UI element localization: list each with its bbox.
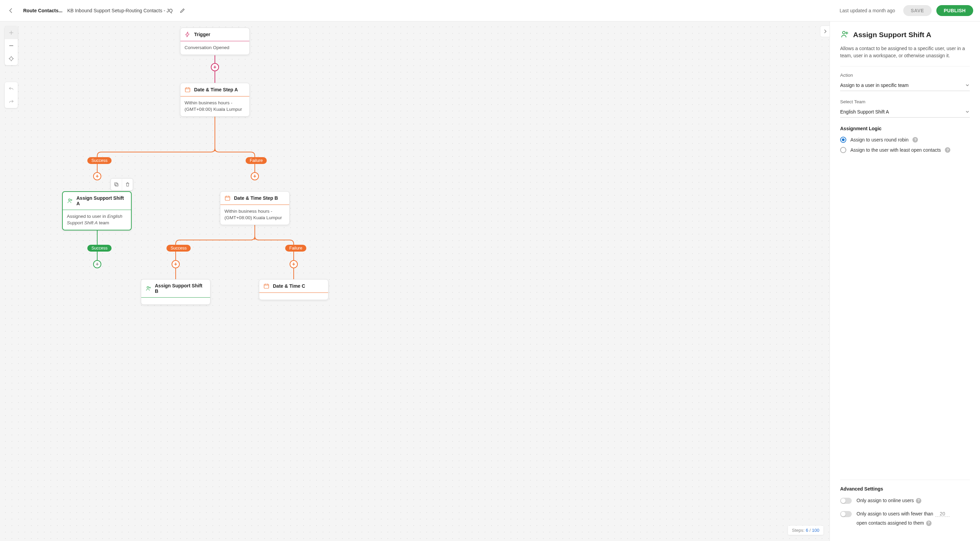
arrow-left-icon bbox=[8, 8, 14, 14]
plus-icon bbox=[8, 30, 14, 36]
success-pill: Success bbox=[88, 245, 111, 252]
panel-description: Allows a contact to be assigned to a spe… bbox=[840, 45, 970, 59]
assign-user-icon bbox=[145, 286, 151, 292]
svg-rect-3 bbox=[115, 183, 117, 186]
toggle-switch[interactable] bbox=[840, 511, 852, 517]
radio-label: Assign to the user with least open conta… bbox=[850, 147, 941, 153]
node-assign-a[interactable]: Assign Support Shift A Assigned to user … bbox=[62, 191, 132, 230]
node-title: Date & Time C bbox=[273, 283, 305, 289]
svg-rect-1 bbox=[185, 88, 190, 92]
add-step-button[interactable]: + bbox=[290, 260, 298, 268]
help-icon[interactable]: ? bbox=[926, 520, 932, 526]
crosshair-icon bbox=[8, 56, 14, 62]
logic-heading: Assignment Logic bbox=[840, 126, 970, 131]
delete-node-button[interactable] bbox=[122, 179, 133, 190]
node-date-c[interactable]: Date & Time C bbox=[259, 279, 328, 300]
zoom-in-button[interactable] bbox=[5, 26, 18, 39]
node-title: Assign Support Shift B bbox=[155, 283, 206, 294]
properties-panel: Assign Support Shift A Allows a contact … bbox=[830, 21, 980, 541]
node-title: Date & Time Step A bbox=[194, 87, 238, 92]
failure-pill: Failure bbox=[285, 245, 306, 252]
calendar-icon bbox=[224, 195, 231, 201]
pencil-icon bbox=[180, 8, 186, 14]
node-title: Trigger bbox=[194, 32, 210, 37]
node-title: Assign Support Shift A bbox=[76, 195, 127, 206]
team-select[interactable]: English Support Shift A bbox=[840, 107, 970, 117]
action-label: Action bbox=[840, 73, 970, 78]
toggle-label-pre: Only assign to users with fewer than bbox=[856, 510, 933, 517]
header-bar: Route Contacts... KB Inbound Support Set… bbox=[0, 0, 980, 21]
svg-point-6 bbox=[147, 286, 149, 288]
svg-point-8 bbox=[843, 31, 845, 34]
add-step-button[interactable]: + bbox=[211, 63, 219, 71]
zoom-toolbox bbox=[5, 26, 18, 65]
node-assign-b[interactable]: Assign Support Shift B bbox=[141, 279, 210, 305]
chevron-down-icon bbox=[965, 109, 970, 114]
radio-least-open[interactable]: Assign to the user with least open conta… bbox=[840, 147, 970, 153]
node-date-b[interactable]: Date & Time Step B Within business hours… bbox=[220, 191, 290, 225]
svg-point-0 bbox=[10, 57, 13, 60]
node-title: Date & Time Step B bbox=[234, 195, 278, 201]
node-body: Within business hours - (GMT+08:00) Kual… bbox=[220, 205, 289, 225]
success-pill: Success bbox=[167, 245, 191, 252]
steps-counter: Steps: 6 / 100 bbox=[788, 526, 823, 535]
trash-icon bbox=[125, 182, 130, 187]
edit-title-button[interactable] bbox=[180, 8, 186, 14]
chevron-down-icon bbox=[965, 83, 970, 87]
radio-input[interactable] bbox=[840, 147, 846, 153]
help-icon[interactable]: ? bbox=[912, 137, 918, 143]
redo-icon bbox=[8, 98, 14, 105]
assign-user-icon bbox=[840, 30, 849, 40]
action-value: Assign to a user in specific team bbox=[840, 82, 909, 88]
publish-button[interactable]: PUBLISH bbox=[936, 5, 973, 16]
minus-icon bbox=[8, 43, 14, 49]
toggle-fewer-contacts: Only assign to users with fewer than ope… bbox=[840, 510, 970, 527]
zoom-out-button[interactable] bbox=[5, 39, 18, 52]
last-updated-text: Last updated a month ago bbox=[840, 8, 895, 13]
divider bbox=[840, 66, 970, 67]
undo-icon bbox=[8, 86, 14, 92]
svg-rect-5 bbox=[225, 196, 230, 200]
back-button[interactable] bbox=[7, 6, 15, 15]
node-actions-popup bbox=[111, 178, 133, 190]
team-value: English Support Shift A bbox=[840, 109, 889, 114]
node-body: Assigned to user in English Support Shif… bbox=[63, 210, 131, 230]
collapse-sidebar-button[interactable] bbox=[820, 25, 830, 37]
add-step-button[interactable]: + bbox=[93, 260, 101, 268]
workflow-title: Route Contacts... bbox=[23, 8, 62, 13]
toggle-label-post: open contacts assigned to them bbox=[856, 520, 924, 527]
assign-user-icon bbox=[67, 198, 73, 204]
lightning-icon bbox=[185, 31, 191, 38]
redo-button[interactable] bbox=[5, 95, 18, 108]
radio-round-robin[interactable]: Assign to users round robin ? bbox=[840, 137, 970, 143]
add-step-button[interactable]: + bbox=[251, 172, 259, 180]
history-toolbox bbox=[5, 82, 18, 108]
calendar-icon bbox=[263, 283, 269, 289]
node-body: Conversation Opened bbox=[180, 41, 249, 54]
add-step-button[interactable]: + bbox=[93, 172, 101, 180]
success-pill: Success bbox=[88, 157, 111, 164]
calendar-icon bbox=[185, 87, 191, 93]
toggle-online-users: Only assign to online users ? bbox=[840, 497, 970, 504]
advanced-heading: Advanced Settings bbox=[840, 486, 970, 492]
duplicate-node-button[interactable] bbox=[111, 179, 122, 190]
node-trigger[interactable]: Trigger Conversation Opened bbox=[180, 28, 250, 55]
help-icon[interactable]: ? bbox=[945, 147, 950, 153]
add-step-button[interactable]: + bbox=[172, 260, 180, 268]
chevron-right-icon bbox=[823, 29, 827, 34]
recenter-button[interactable] bbox=[5, 52, 18, 65]
undo-button[interactable] bbox=[5, 82, 18, 95]
node-date-a[interactable]: Date & Time Step A Within business hours… bbox=[180, 83, 250, 117]
node-body: Within business hours - (GMT+08:00) Kual… bbox=[180, 97, 249, 116]
help-icon[interactable]: ? bbox=[916, 498, 921, 503]
max-contacts-input[interactable] bbox=[935, 511, 950, 517]
failure-pill: Failure bbox=[246, 157, 267, 164]
svg-rect-7 bbox=[264, 284, 269, 289]
save-button[interactable]: SAVE bbox=[903, 5, 932, 16]
canvas-area[interactable]: Trigger Conversation Opened + Date & Tim… bbox=[0, 21, 830, 541]
toggle-switch[interactable] bbox=[840, 498, 852, 504]
copy-icon bbox=[114, 182, 119, 187]
action-select[interactable]: Assign to a user in specific team bbox=[840, 81, 970, 91]
radio-input[interactable] bbox=[840, 137, 846, 143]
canvas-background bbox=[0, 21, 830, 541]
